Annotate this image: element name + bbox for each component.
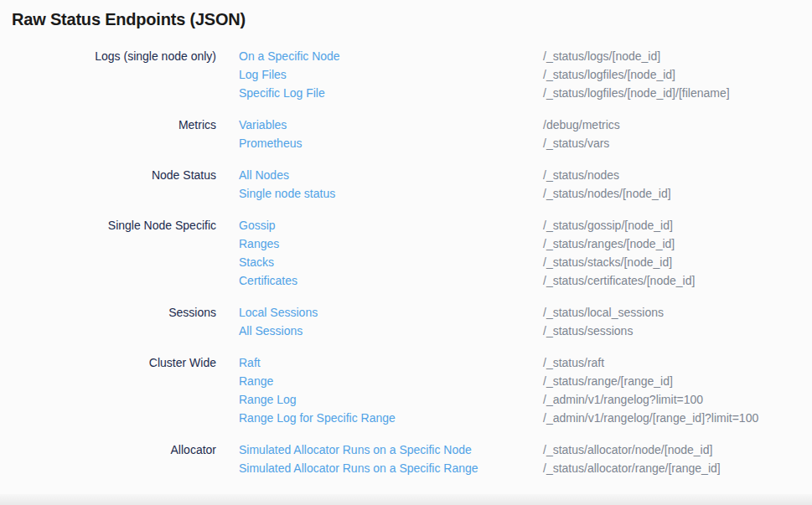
group-rows: Simulated Allocator Runs on a Specific N… xyxy=(239,441,812,477)
endpoint-row: Range/_status/range/[range_id] xyxy=(239,372,812,390)
endpoint-path: /_status/gossip/[node_id] xyxy=(543,216,673,234)
endpoint-row: Simulated Allocator Runs on a Specific N… xyxy=(239,441,812,459)
endpoint-groups: Logs (single node only)On a Specific Nod… xyxy=(0,47,812,477)
group-rows: Raft/_status/raftRange/_status/range/[ra… xyxy=(239,353,812,427)
endpoint-path: /_status/certificates/[node_id] xyxy=(543,271,695,290)
group-rows: Variables/debug/metricsPrometheus/_statu… xyxy=(239,116,812,152)
page-title: Raw Status Endpoints (JSON) xyxy=(12,10,812,29)
endpoint-link[interactable]: Range xyxy=(239,372,543,390)
endpoint-path: /_status/logs/[node_id] xyxy=(543,47,660,65)
endpoint-link[interactable]: Local Sessions xyxy=(239,303,543,322)
endpoint-link[interactable]: Log Files xyxy=(239,65,543,84)
endpoint-link[interactable]: All Nodes xyxy=(239,166,543,184)
group-rows: Local Sessions/_status/local_sessionsAll… xyxy=(239,303,812,340)
endpoint-link[interactable]: Specific Log File xyxy=(239,84,543,102)
category-label: Single Node Specific xyxy=(0,216,216,234)
endpoint-link[interactable]: Simulated Allocator Runs on a Specific N… xyxy=(239,441,543,459)
footer-band xyxy=(0,494,812,505)
category-label: Cluster Wide xyxy=(0,353,216,372)
endpoint-row: Stacks/_status/stacks/[node_id] xyxy=(239,253,812,271)
endpoint-row: All Nodes/_status/nodes xyxy=(239,166,812,184)
endpoint-path: /_status/logfiles/[node_id]/[filename] xyxy=(543,84,730,102)
endpoint-group: AllocatorSimulated Allocator Runs on a S… xyxy=(0,441,812,477)
category-label: Logs (single node only) xyxy=(0,47,216,65)
endpoint-group: Single Node SpecificGossip/_status/gossi… xyxy=(0,216,812,290)
endpoint-link[interactable]: Raft xyxy=(239,353,543,372)
endpoint-path: /_status/range/[range_id] xyxy=(543,372,673,390)
endpoint-group: Logs (single node only)On a Specific Nod… xyxy=(0,47,812,102)
endpoint-group: MetricsVariables/debug/metricsPrometheus… xyxy=(0,116,812,152)
endpoint-row: Variables/debug/metrics xyxy=(239,116,812,134)
endpoint-link[interactable]: Certificates xyxy=(239,271,543,290)
endpoint-row: Local Sessions/_status/local_sessions xyxy=(239,303,812,322)
endpoint-path: /_status/stacks/[node_id] xyxy=(543,253,672,271)
endpoint-link[interactable]: Single node status xyxy=(239,184,543,203)
category-label: Node Status xyxy=(0,166,216,184)
endpoint-link[interactable]: Ranges xyxy=(239,234,543,253)
endpoint-link[interactable]: Gossip xyxy=(239,216,543,234)
endpoint-row: Raft/_status/raft xyxy=(239,353,812,372)
endpoint-row: All Sessions/_status/sessions xyxy=(239,322,812,340)
endpoint-link[interactable]: Variables xyxy=(239,116,543,134)
endpoint-row: On a Specific Node/_status/logs/[node_id… xyxy=(239,47,812,65)
endpoint-link[interactable]: Simulated Allocator Runs on a Specific R… xyxy=(239,459,543,477)
endpoint-row: Single node status/_status/nodes/[node_i… xyxy=(239,184,812,203)
endpoint-path: /_status/allocator/range/[range_id] xyxy=(543,459,721,477)
category-label: Allocator xyxy=(0,441,216,459)
endpoint-path: /_status/ranges/[node_id] xyxy=(543,234,675,253)
endpoint-path: /_admin/v1/rangelog/[range_id]?limit=100 xyxy=(543,409,758,427)
endpoint-path: /_status/local_sessions xyxy=(543,303,664,322)
group-rows: Gossip/_status/gossip/[node_id]Ranges/_s… xyxy=(239,216,812,290)
endpoint-path: /_status/allocator/node/[node_id] xyxy=(543,441,712,459)
endpoint-link[interactable]: Stacks xyxy=(239,253,543,271)
endpoint-path: /_status/nodes/[node_id] xyxy=(543,184,671,203)
endpoint-path: /debug/metrics xyxy=(543,116,620,134)
endpoint-link[interactable]: All Sessions xyxy=(239,322,543,340)
endpoint-row: Prometheus/_status/vars xyxy=(239,134,812,152)
endpoint-row: Gossip/_status/gossip/[node_id] xyxy=(239,216,812,234)
endpoint-path: /_status/nodes xyxy=(543,166,619,184)
category-label: Sessions xyxy=(0,303,216,322)
endpoint-link[interactable]: Prometheus xyxy=(239,134,543,152)
endpoint-path: /_status/raft xyxy=(543,353,604,372)
endpoint-link[interactable]: Range Log for Specific Range xyxy=(239,409,543,427)
endpoint-row: Ranges/_status/ranges/[node_id] xyxy=(239,234,812,253)
endpoint-group: Node StatusAll Nodes/_status/nodesSingle… xyxy=(0,166,812,203)
debug-endpoints-page: Raw Status Endpoints (JSON) Logs (single… xyxy=(0,0,812,477)
endpoint-row: Certificates/_status/certificates/[node_… xyxy=(239,271,812,290)
endpoint-row: Range Log/_admin/v1/rangelog?limit=100 xyxy=(239,390,812,409)
endpoint-group: Cluster WideRaft/_status/raftRange/_stat… xyxy=(0,353,812,427)
endpoint-path: /_status/logfiles/[node_id] xyxy=(543,65,675,84)
endpoint-link[interactable]: On a Specific Node xyxy=(239,47,543,65)
endpoint-path: /_admin/v1/rangelog?limit=100 xyxy=(543,390,703,409)
endpoint-path: /_status/sessions xyxy=(543,322,633,340)
endpoint-link[interactable]: Range Log xyxy=(239,390,543,409)
endpoint-row: Range Log for Specific Range/_admin/v1/r… xyxy=(239,409,812,427)
category-label: Metrics xyxy=(0,116,216,134)
endpoint-row: Log Files/_status/logfiles/[node_id] xyxy=(239,65,812,84)
endpoint-row: Specific Log File/_status/logfiles/[node… xyxy=(239,84,812,102)
endpoint-row: Simulated Allocator Runs on a Specific R… xyxy=(239,459,812,477)
group-rows: On a Specific Node/_status/logs/[node_id… xyxy=(239,47,812,102)
endpoint-group: SessionsLocal Sessions/_status/local_ses… xyxy=(0,303,812,340)
endpoint-path: /_status/vars xyxy=(543,134,609,152)
group-rows: All Nodes/_status/nodesSingle node statu… xyxy=(239,166,812,203)
